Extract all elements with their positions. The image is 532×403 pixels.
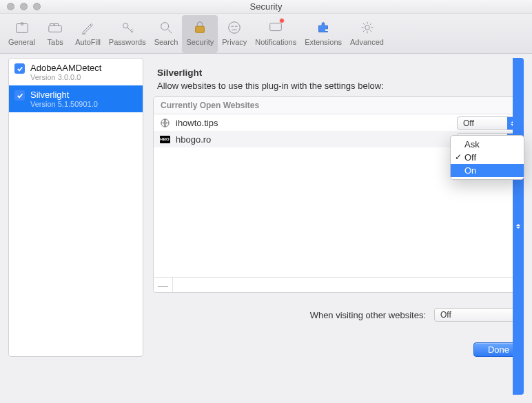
plugin-name: Silverlight [30,90,98,100]
other-websites-select[interactable]: Off [434,308,524,322]
extensions-icon [314,19,332,37]
plugin-detail: Silverlight Allow websites to use this p… [153,58,524,395]
notifications-icon [267,19,285,37]
preferences-toolbar: General Tabs AutoFill Passwords Search [0,14,532,54]
preferences-window: Security General Tabs AutoFill Password [0,0,532,403]
plugin-row-silverlight[interactable]: Silverlight Version 5.1.50901.0 [9,85,143,112]
toolbar-extensions[interactable]: Extensions [300,15,346,53]
toolbar-label-security: Security [186,38,214,46]
other-websites-label: When visiting other websites: [310,310,426,320]
toolbar-tabs[interactable]: Tabs [39,15,71,53]
toolbar-autofill[interactable]: AutoFill [71,15,105,53]
menu-item-ask[interactable]: Ask [451,138,524,151]
titlebar: Security [0,0,532,14]
svg-point-8 [365,25,369,30]
notification-badge-icon [279,18,285,23]
toolbar-label-tabs: Tabs [48,38,63,46]
toolbar-search[interactable]: Search [150,15,183,53]
plugin-name: AdobeAAMDetect [30,63,101,73]
search-icon [157,19,175,37]
toolbar-label-extensions: Extensions [305,38,342,46]
toolbar-label-privacy: Privacy [222,38,247,46]
websites-table: Currently Open Websites ihowto.tips Off [153,96,524,293]
plugin-checkbox[interactable] [14,63,25,74]
window-title: Security [0,1,532,12]
select-value: Off [463,118,474,128]
toolbar-label-notifications: Notifications [255,38,296,46]
remove-website-button[interactable]: — [154,278,173,292]
toolbar-label-general: General [8,38,35,46]
site-favicon-icon: HBO [159,134,170,145]
autofill-icon [79,19,96,37]
website-host: hbogo.ro [176,134,211,145]
general-icon [13,19,31,37]
toolbar-label-passwords: Passwords [109,38,146,46]
stepper-arrows-icon [513,58,524,395]
passwords-icon [119,19,136,37]
detail-heading: Silverlight [153,58,524,81]
svg-rect-5 [196,26,205,32]
security-icon [191,19,209,37]
menu-item-off[interactable]: Off [451,151,524,164]
table-header: Currently Open Websites [154,97,523,114]
toolbar-label-advanced: Advanced [350,38,384,46]
toolbar-passwords[interactable]: Passwords [105,15,150,53]
toolbar-general[interactable]: General [4,15,39,53]
menu-item-on[interactable]: On [451,164,524,177]
table-body: ihowto.tips Off HBO hbogo.ro Off [154,114,523,277]
website-host: ihowto.tips [176,118,218,128]
detail-subheading: Allow websites to use this plug-in with … [153,81,524,96]
advanced-icon [358,19,376,37]
toolbar-advanced[interactable]: Advanced [346,15,388,53]
website-permission-select[interactable]: Off [457,116,519,130]
tabs-icon [46,19,64,37]
plugin-checkbox[interactable] [14,90,25,101]
privacy-icon [225,19,243,37]
website-row[interactable]: HBO hbogo.ro Off Ask Off On [154,131,523,147]
plugin-version: Version 3.0.0.0 [30,73,101,81]
toolbar-privacy[interactable]: Privacy [218,15,251,53]
toolbar-label-autofill: AutoFill [75,38,101,46]
toolbar-notifications[interactable]: Notifications [251,15,300,53]
plugin-row-adobeaamdetect[interactable]: AdobeAAMDetect Version 3.0.0.0 [9,59,143,85]
svg-rect-7 [270,23,282,31]
select-value: Off [440,310,451,320]
svg-point-3 [123,23,127,28]
toolbar-label-search: Search [154,38,178,46]
svg-point-4 [161,23,169,30]
toolbar-security[interactable]: Security [182,15,218,53]
site-favicon-icon [159,117,170,128]
plugin-list: AdobeAAMDetect Version 3.0.0.0 Silverlig… [8,58,143,357]
svg-rect-2 [49,25,61,32]
website-row[interactable]: ihowto.tips Off [154,114,523,131]
permission-menu: Ask Off On [450,135,524,180]
plugin-version: Version 5.1.50901.0 [30,100,98,108]
svg-point-6 [229,22,241,34]
